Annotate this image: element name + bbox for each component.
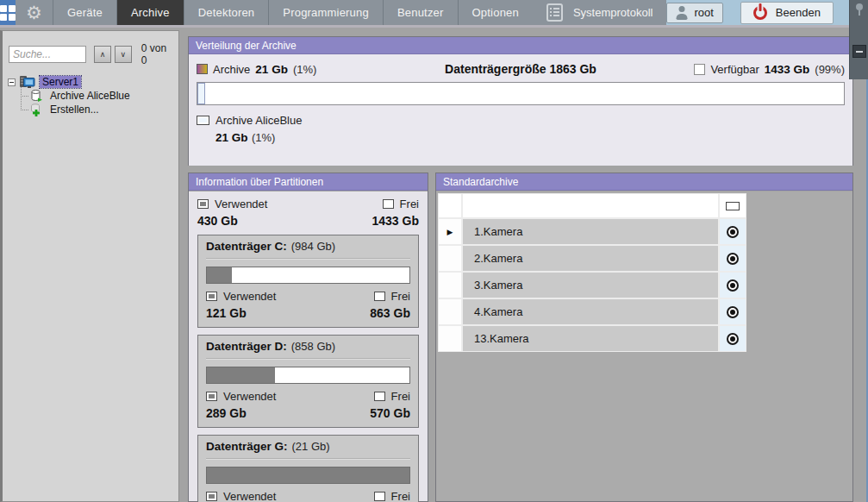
radio-selected-icon[interactable] (727, 333, 739, 345)
free-swatch (374, 292, 385, 301)
camera-name[interactable]: 1.Kamera (463, 219, 718, 244)
user-name: root (694, 6, 713, 19)
topbar-right-area: root Beenden (666, 0, 868, 25)
tree-node-archive[interactable]: Archive AliceBlue (21, 89, 175, 103)
create-node-label[interactable]: Erstellen... (47, 104, 102, 116)
totals-values: 430 Gb 1433 Gb (197, 214, 419, 228)
tab-programmierung[interactable]: Programmierung (269, 0, 384, 25)
disk-size: (21 Gb) (292, 440, 330, 453)
power-icon (753, 6, 767, 20)
row-selector[interactable] (439, 299, 461, 324)
panel-title: Information über Partitionen (189, 173, 428, 191)
available-checkbox[interactable] (694, 64, 705, 75)
row-selector[interactable] (439, 273, 461, 298)
distribution-legend: Archive 21 Gb (1%) Datenträgergröße 1863… (197, 59, 845, 79)
search-input[interactable] (9, 46, 86, 63)
archive-item-size: 21 Gb (1%) (215, 129, 845, 145)
current-user-button[interactable]: root (666, 3, 722, 23)
current-row-marker-icon: ▶ (447, 228, 453, 236)
radio-selected-icon[interactable] (727, 226, 739, 238)
archive-distribution-bar[interactable] (197, 82, 845, 105)
default-archive-radio-cell[interactable] (720, 219, 746, 244)
settings-gear-button[interactable]: ⚙ (16, 0, 53, 25)
radio-selected-icon[interactable] (727, 306, 739, 318)
archive-column-header[interactable] (720, 194, 746, 217)
user-icon (676, 6, 688, 20)
tree-connector (21, 96, 28, 97)
used-label: Verwendet (223, 490, 276, 502)
exit-button[interactable]: Beenden (740, 2, 834, 24)
selector-column-header (439, 194, 461, 217)
disk-size: (858 Gb) (291, 340, 335, 353)
row-selector[interactable] (439, 326, 461, 351)
archive-node-label[interactable]: Archive AliceBlue (47, 90, 133, 102)
camera-name[interactable]: 13.Kamera (463, 326, 718, 351)
main-tab-bar: ⚙ Geräte Archive Detektoren Programmieru… (16, 0, 533, 25)
top-bar: ⚙ Geräte Archive Detektoren Programmieru… (0, 0, 868, 28)
used-swatch (206, 292, 217, 301)
archive-list-item[interactable]: Archive AliceBlue (197, 113, 845, 127)
tab-detektoren[interactable]: Detektoren (184, 0, 270, 25)
default-archive-radio-cell[interactable] (720, 326, 746, 351)
search-prev-button[interactable]: ∧ (94, 46, 111, 63)
used-swatch (197, 199, 209, 209)
server-node-label[interactable]: Server1 (40, 76, 81, 88)
disk-values: 289 Gb 570 Gb (206, 406, 410, 420)
available-legend-item: Verfügbar 1433 Gb (99%) (596, 63, 845, 76)
archive-distribution-panel: Verteilung der Archive Archive 21 Gb (1%… (188, 36, 853, 166)
free-swatch (374, 492, 385, 501)
collapse-icon[interactable] (8, 78, 16, 86)
aliceblue-archive-segment[interactable] (197, 83, 205, 104)
archive-item-percent: (1%) (252, 131, 275, 144)
camera-name[interactable]: 3.Kamera (463, 273, 718, 298)
tree-node-create[interactable]: Erstellen... (21, 103, 175, 116)
radio-selected-icon[interactable] (727, 279, 739, 292)
default-archives-body: ▶ 1.Kamera 2.Kamera 3.Kamera 4.Kamera 1 (436, 191, 852, 501)
tab-benutzer[interactable]: Benutzer (384, 0, 459, 25)
used-label: Verwendet (223, 290, 276, 303)
total-free-value: 1433 Gb (372, 214, 419, 228)
search-next-button[interactable]: ∨ (115, 46, 132, 63)
archive-label: Archive (213, 63, 250, 76)
archive-item-name: Archive AliceBlue (215, 114, 302, 127)
exit-label: Beenden (776, 6, 821, 19)
used-legend: Verwendet (197, 198, 267, 210)
radio-selected-icon[interactable] (727, 253, 739, 265)
camera-name[interactable]: 4.Kamera (463, 299, 718, 324)
row-selector[interactable] (439, 246, 461, 271)
disk-usage-bar (206, 367, 410, 384)
tab-archive[interactable]: Archive (117, 0, 184, 25)
archive-column-icon (726, 202, 740, 210)
camera-column-header (463, 194, 718, 217)
disk-used-fill (207, 467, 409, 483)
available-size-value: 1433 Gb (765, 63, 810, 76)
disk-values: 121 Gb 863 Gb (206, 306, 410, 320)
disk-used-value: 121 Gb (206, 306, 247, 320)
log-document-icon (546, 3, 563, 22)
tab-geraete[interactable]: Geräte (53, 0, 117, 25)
disk-title: Datenträger C: (984 Gb) (206, 240, 410, 259)
disk-title: Datenträger G: (21 Gb) (206, 440, 410, 459)
panel-title: Verteilung der Archive (189, 37, 852, 54)
row-selector[interactable]: ▶ (439, 219, 461, 244)
default-archive-radio-cell[interactable] (720, 299, 746, 324)
free-label: Frei (391, 490, 410, 502)
system-log-button[interactable]: Systemprotokoll (533, 0, 666, 25)
disk-free-value: 570 Gb (370, 406, 410, 420)
server-tree: Server1 Archive AliceBlue (3, 73, 178, 116)
available-label: Verfügbar (710, 63, 759, 76)
disk-used-fill (207, 367, 275, 383)
tab-optionen[interactable]: Optionen (459, 0, 533, 25)
tree-node-server[interactable]: Server1 (8, 75, 175, 89)
app-menu-button[interactable] (0, 0, 16, 25)
default-archive-radio-cell[interactable] (720, 246, 746, 271)
used-swatch (206, 492, 217, 501)
default-archive-radio-cell[interactable] (720, 273, 746, 298)
camera-name[interactable]: 2.Kamera (463, 246, 718, 271)
tree-connector (21, 110, 28, 110)
pin-icon[interactable] (856, 3, 863, 10)
create-archive-icon (29, 103, 43, 116)
collapsed-panel-strip (849, 0, 868, 79)
minimize-button[interactable] (852, 45, 866, 58)
archive-gradient-swatch (197, 64, 208, 74)
